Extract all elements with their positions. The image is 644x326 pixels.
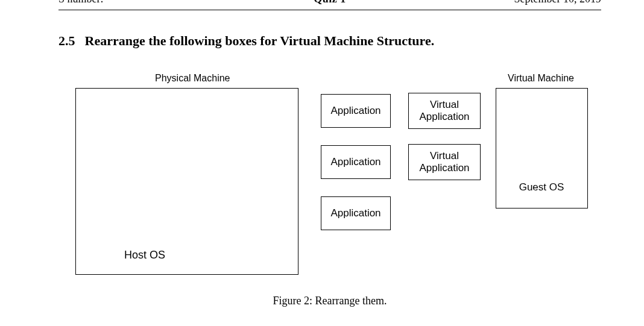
virtual-machine-box[interactable]: Guest OS <box>496 88 588 208</box>
header-left: S number: <box>58 0 104 5</box>
header-center: Quiz 1 <box>314 0 346 5</box>
header-right: September 10, 2019 <box>514 0 601 5</box>
section-heading: 2.5Rearrange the following boxes for Vir… <box>58 33 601 49</box>
application-box-1[interactable]: Application <box>321 94 391 128</box>
label-physical-machine: Physical Machine <box>155 73 230 84</box>
host-os-label[interactable]: Host OS <box>124 249 165 262</box>
virtual-application-box-1[interactable]: Virtual Application <box>408 93 481 129</box>
virtual-application-box-2[interactable]: Virtual Application <box>408 144 481 180</box>
guest-os-label[interactable]: Guest OS <box>504 175 579 199</box>
header-row: S number: Quiz 1 September 10, 2019 <box>58 0 601 10</box>
physical-machine-box[interactable]: Host OS <box>75 88 298 275</box>
label-virtual-machine: Virtual Machine <box>508 73 574 84</box>
section-title-text: Rearrange the following boxes for Virtua… <box>85 33 435 48</box>
application-box-3[interactable]: Application <box>321 196 391 230</box>
figure-caption: Figure 2: Rearrange them. <box>58 295 601 307</box>
application-box-2[interactable]: Application <box>321 145 391 179</box>
section-number: 2.5 <box>58 33 75 48</box>
figure-area: Physical Machine Virtual Machine Host OS… <box>58 73 601 290</box>
